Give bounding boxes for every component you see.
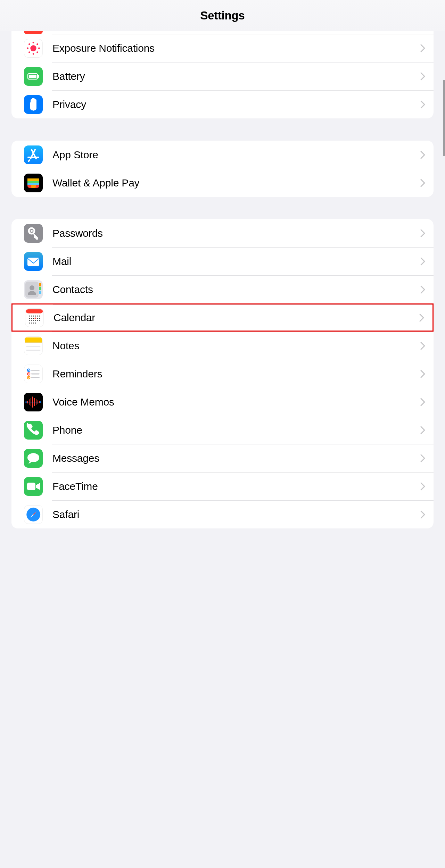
svg-point-80 [40, 401, 41, 403]
svg-point-37 [33, 315, 34, 316]
svg-rect-15 [33, 99, 34, 104]
settings-group-system: Exposure Notifications Battery Privacy [11, 31, 434, 118]
svg-point-36 [31, 315, 32, 316]
svg-rect-58 [25, 342, 42, 343]
svg-point-47 [31, 320, 32, 321]
mail-icon [24, 252, 43, 271]
chevron-right-icon [420, 370, 425, 378]
settings-row-passwords[interactable]: Passwords [11, 219, 434, 247]
settings-row-exposure-notifications[interactable]: Exposure Notifications [11, 34, 434, 62]
chevron-right-icon [420, 342, 425, 350]
phone-icon [24, 421, 43, 440]
svg-point-40 [39, 315, 40, 316]
row-label: Safari [52, 509, 420, 520]
row-label: Notes [52, 340, 420, 352]
svg-point-52 [29, 322, 30, 323]
svg-point-55 [35, 322, 36, 323]
svg-rect-10 [29, 75, 36, 78]
row-label: Passwords [52, 227, 420, 239]
exposure-icon [24, 39, 43, 58]
reminders-icon [24, 365, 43, 383]
row-label: Messages [52, 452, 420, 464]
svg-rect-31 [39, 283, 41, 286]
row-label: App Store [52, 149, 420, 161]
row-label: Contacts [52, 284, 420, 295]
svg-point-50 [37, 320, 38, 321]
row-label: Voice Memos [52, 396, 420, 408]
svg-point-0 [30, 45, 36, 51]
calendar-icon [25, 308, 44, 327]
settings-row-battery[interactable]: Battery [11, 62, 434, 90]
svg-rect-33 [39, 291, 41, 294]
svg-point-27 [31, 230, 33, 232]
scrollbar-indicator[interactable] [443, 80, 445, 156]
settings-row-phone[interactable]: Phone [11, 416, 434, 444]
svg-point-39 [37, 315, 38, 316]
svg-point-79 [25, 401, 27, 403]
svg-rect-34 [26, 309, 43, 313]
svg-point-51 [39, 320, 40, 321]
privacy-icon [24, 95, 43, 114]
chevron-right-icon [419, 314, 424, 322]
settings-content: Exposure Notifications Battery Privacy A… [0, 31, 445, 549]
settings-row-reminders[interactable]: Reminders [11, 360, 434, 388]
chevron-right-icon [420, 44, 425, 52]
svg-point-45 [39, 318, 40, 319]
svg-point-8 [36, 51, 38, 53]
row-label: Mail [52, 256, 420, 267]
settings-row-messages[interactable]: Messages [11, 444, 434, 472]
settings-row-privacy[interactable]: Privacy [11, 90, 434, 118]
svg-point-7 [28, 51, 30, 53]
chevron-right-icon [420, 510, 425, 519]
red-icon [24, 31, 43, 34]
settings-row-contacts[interactable]: Contacts [11, 275, 434, 303]
row-label: FaceTime [52, 481, 420, 492]
svg-point-81 [27, 453, 39, 462]
settings-row-facetime[interactable]: FaceTime [11, 472, 434, 500]
svg-rect-24 [27, 181, 39, 183]
chevron-right-icon [420, 100, 425, 109]
chevron-right-icon [420, 426, 425, 434]
battery-icon [24, 67, 43, 86]
chevron-right-icon [420, 398, 425, 406]
svg-point-3 [27, 47, 28, 49]
safari-icon [24, 505, 43, 524]
svg-line-21 [28, 160, 30, 161]
svg-point-48 [33, 320, 34, 321]
appstore-icon [24, 145, 43, 164]
settings-row-truncated[interactable] [11, 31, 434, 34]
svg-point-68 [28, 377, 29, 378]
settings-row-wallet[interactable]: Wallet & Apple Pay [11, 169, 434, 197]
svg-rect-82 [27, 483, 35, 490]
settings-row-voice-memos[interactable]: Voice Memos [11, 388, 434, 416]
row-label: Calendar [53, 312, 419, 324]
chevron-right-icon [420, 285, 425, 294]
svg-point-65 [28, 373, 29, 374]
svg-rect-57 [25, 337, 42, 342]
svg-rect-11 [38, 75, 39, 78]
svg-point-44 [37, 318, 38, 319]
facetime-icon [24, 477, 43, 496]
settings-row-app-store[interactable]: App Store [11, 141, 434, 169]
wallet-icon [24, 174, 43, 192]
svg-point-6 [36, 43, 38, 45]
contacts-icon [24, 280, 43, 299]
svg-rect-32 [39, 287, 41, 290]
svg-rect-23 [27, 178, 39, 181]
chevron-right-icon [420, 229, 425, 237]
settings-row-calendar[interactable]: Calendar [11, 303, 434, 332]
svg-point-30 [30, 285, 34, 290]
settings-row-notes[interactable]: Notes [11, 332, 434, 360]
settings-row-safari[interactable]: Safari [11, 500, 434, 528]
chevron-right-icon [420, 454, 425, 462]
header: Settings [0, 0, 445, 31]
svg-point-42 [31, 318, 32, 319]
svg-point-4 [38, 47, 40, 49]
svg-point-1 [33, 42, 34, 43]
svg-point-43 [33, 318, 34, 319]
row-label: Exposure Notifications [52, 42, 420, 54]
row-label: Battery [52, 70, 420, 82]
voicememos-icon [24, 393, 43, 411]
settings-row-mail[interactable]: Mail [11, 247, 434, 275]
svg-point-46 [29, 320, 30, 321]
